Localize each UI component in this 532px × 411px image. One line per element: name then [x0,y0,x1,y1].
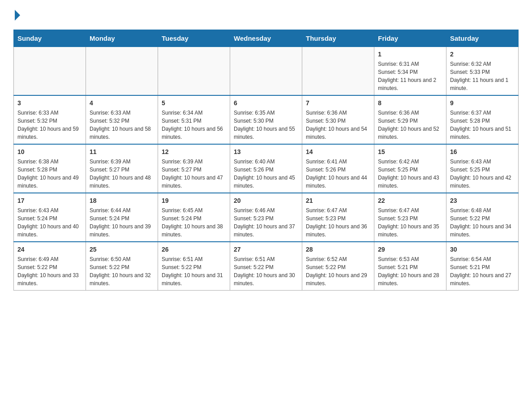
calendar-cell: 8Sunrise: 6:36 AMSunset: 5:29 PMDaylight… [374,95,446,144]
day-number: 14 [306,147,370,157]
day-info: Sunrise: 6:47 AMSunset: 5:23 PMDaylight:… [306,206,370,239]
day-info: Sunrise: 6:51 AMSunset: 5:22 PMDaylight:… [162,255,226,287]
day-info: Sunrise: 6:31 AMSunset: 5:34 PMDaylight:… [378,60,442,92]
day-info: Sunrise: 6:38 AMSunset: 5:28 PMDaylight:… [17,158,82,190]
calendar-cell: 26Sunrise: 6:51 AMSunset: 5:22 PMDayligh… [158,242,230,291]
day-number: 9 [450,98,515,108]
day-info: Sunrise: 6:52 AMSunset: 5:22 PMDaylight:… [306,255,370,287]
calendar-cell: 5Sunrise: 6:34 AMSunset: 5:31 PMDaylight… [158,95,230,144]
calendar-cell: 7Sunrise: 6:36 AMSunset: 5:30 PMDaylight… [302,95,374,144]
calendar-cell: 29Sunrise: 6:53 AMSunset: 5:21 PMDayligh… [374,242,446,291]
calendar-cell: 25Sunrise: 6:50 AMSunset: 5:22 PMDayligh… [86,242,158,291]
calendar-cell: 9Sunrise: 6:37 AMSunset: 5:28 PMDaylight… [446,95,519,144]
day-number: 27 [234,245,298,254]
column-header-saturday: Saturday [446,30,519,47]
day-number: 5 [162,98,226,108]
calendar-cell: 11Sunrise: 6:39 AMSunset: 5:27 PMDayligh… [86,144,158,193]
day-info: Sunrise: 6:34 AMSunset: 5:31 PMDaylight:… [162,109,226,141]
day-info: Sunrise: 6:43 AMSunset: 5:24 PMDaylight:… [17,206,82,239]
calendar-cell: 20Sunrise: 6:46 AMSunset: 5:23 PMDayligh… [230,193,302,242]
day-info: Sunrise: 6:47 AMSunset: 5:23 PMDaylight:… [378,206,442,239]
calendar-cell [14,47,86,96]
day-number: 22 [378,196,442,206]
calendar-cell: 22Sunrise: 6:47 AMSunset: 5:23 PMDayligh… [374,193,446,242]
calendar-cell: 28Sunrise: 6:52 AMSunset: 5:22 PMDayligh… [302,242,374,291]
column-header-sunday: Sunday [14,30,86,47]
day-number: 3 [17,98,82,108]
day-info: Sunrise: 6:48 AMSunset: 5:22 PMDaylight:… [450,206,515,239]
day-number: 24 [17,245,82,254]
day-number: 7 [306,98,370,108]
day-info: Sunrise: 6:43 AMSunset: 5:25 PMDaylight:… [450,158,515,190]
day-number: 28 [306,245,370,254]
calendar-cell: 2Sunrise: 6:32 AMSunset: 5:33 PMDaylight… [446,47,519,96]
day-number: 16 [450,147,515,157]
day-number: 12 [162,147,226,157]
calendar-cell: 13Sunrise: 6:40 AMSunset: 5:26 PMDayligh… [230,144,302,193]
column-header-wednesday: Wednesday [230,30,302,47]
calendar-cell: 18Sunrise: 6:44 AMSunset: 5:24 PMDayligh… [86,193,158,242]
day-info: Sunrise: 6:36 AMSunset: 5:29 PMDaylight:… [378,109,442,141]
day-number: 8 [378,98,442,108]
calendar-week-row: 17Sunrise: 6:43 AMSunset: 5:24 PMDayligh… [14,193,519,242]
day-number: 23 [450,196,515,206]
day-info: Sunrise: 6:33 AMSunset: 5:32 PMDaylight:… [17,109,82,141]
calendar-cell [302,47,374,96]
calendar-cell: 17Sunrise: 6:43 AMSunset: 5:24 PMDayligh… [14,193,86,242]
calendar-cell: 15Sunrise: 6:42 AMSunset: 5:25 PMDayligh… [374,144,446,193]
day-info: Sunrise: 6:46 AMSunset: 5:23 PMDaylight:… [234,206,298,239]
day-info: Sunrise: 6:50 AMSunset: 5:22 PMDaylight:… [90,255,154,287]
calendar-week-row: 3Sunrise: 6:33 AMSunset: 5:32 PMDaylight… [14,95,519,144]
day-info: Sunrise: 6:36 AMSunset: 5:30 PMDaylight:… [306,109,370,141]
calendar-cell: 27Sunrise: 6:51 AMSunset: 5:22 PMDayligh… [230,242,302,291]
day-number: 13 [234,147,298,157]
column-header-tuesday: Tuesday [158,30,230,47]
day-number: 29 [378,245,442,254]
day-info: Sunrise: 6:49 AMSunset: 5:22 PMDaylight:… [17,255,82,287]
day-info: Sunrise: 6:44 AMSunset: 5:24 PMDaylight:… [90,206,154,239]
day-info: Sunrise: 6:40 AMSunset: 5:26 PMDaylight:… [234,158,298,190]
day-number: 19 [162,196,226,206]
calendar-cell: 1Sunrise: 6:31 AMSunset: 5:34 PMDaylight… [374,47,446,96]
day-info: Sunrise: 6:53 AMSunset: 5:21 PMDaylight:… [378,255,442,287]
calendar-cell [230,47,302,96]
day-number: 21 [306,196,370,206]
day-number: 20 [234,196,298,206]
day-number: 30 [450,245,515,254]
calendar-cell: 30Sunrise: 6:54 AMSunset: 5:21 PMDayligh… [446,242,519,291]
calendar-cell: 16Sunrise: 6:43 AMSunset: 5:25 PMDayligh… [446,144,519,193]
logo [13,9,20,21]
day-info: Sunrise: 6:33 AMSunset: 5:32 PMDaylight:… [90,109,154,141]
calendar-week-row: 24Sunrise: 6:49 AMSunset: 5:22 PMDayligh… [14,242,519,291]
page-header [13,9,519,21]
day-info: Sunrise: 6:45 AMSunset: 5:24 PMDaylight:… [162,206,226,239]
day-number: 10 [17,147,82,157]
column-header-monday: Monday [86,30,158,47]
calendar-week-row: 1Sunrise: 6:31 AMSunset: 5:34 PMDaylight… [14,47,519,96]
day-info: Sunrise: 6:37 AMSunset: 5:28 PMDaylight:… [450,109,515,141]
day-number: 11 [90,147,154,157]
logo-arrow-icon [15,10,20,21]
day-info: Sunrise: 6:32 AMSunset: 5:33 PMDaylight:… [450,60,515,92]
day-info: Sunrise: 6:35 AMSunset: 5:30 PMDaylight:… [234,109,298,141]
day-info: Sunrise: 6:39 AMSunset: 5:27 PMDaylight:… [162,158,226,190]
day-number: 25 [90,245,154,254]
calendar-cell: 19Sunrise: 6:45 AMSunset: 5:24 PMDayligh… [158,193,230,242]
day-number: 17 [17,196,82,206]
day-number: 15 [378,147,442,157]
calendar-cell: 14Sunrise: 6:41 AMSunset: 5:26 PMDayligh… [302,144,374,193]
calendar-cell [86,47,158,96]
calendar-cell: 21Sunrise: 6:47 AMSunset: 5:23 PMDayligh… [302,193,374,242]
column-header-friday: Friday [374,30,446,47]
calendar-cell: 23Sunrise: 6:48 AMSunset: 5:22 PMDayligh… [446,193,519,242]
day-number: 1 [378,50,442,59]
day-number: 18 [90,196,154,206]
calendar-cell: 12Sunrise: 6:39 AMSunset: 5:27 PMDayligh… [158,144,230,193]
calendar-cell: 10Sunrise: 6:38 AMSunset: 5:28 PMDayligh… [14,144,86,193]
day-info: Sunrise: 6:42 AMSunset: 5:25 PMDaylight:… [378,158,442,190]
calendar-cell: 6Sunrise: 6:35 AMSunset: 5:30 PMDaylight… [230,95,302,144]
day-number: 26 [162,245,226,254]
calendar-cell: 4Sunrise: 6:33 AMSunset: 5:32 PMDaylight… [86,95,158,144]
day-number: 4 [90,98,154,108]
day-info: Sunrise: 6:39 AMSunset: 5:27 PMDaylight:… [90,158,154,190]
